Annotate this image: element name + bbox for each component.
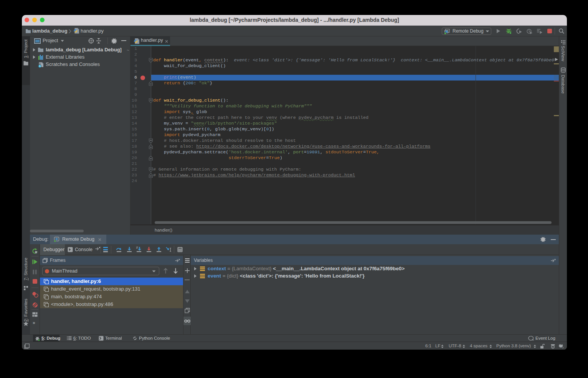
svg-text:?: ? (562, 346, 564, 349)
